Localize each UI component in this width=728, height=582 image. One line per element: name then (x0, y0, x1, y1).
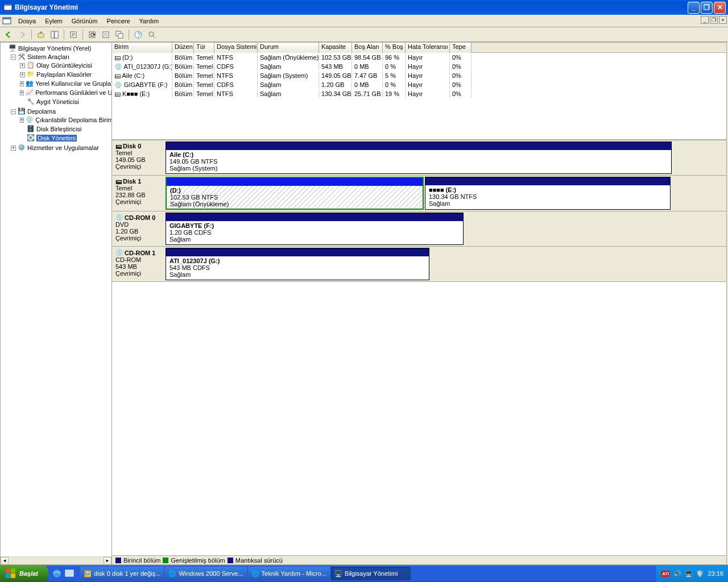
expand-icon[interactable]: + (20, 90, 24, 95)
volume-list[interactable]: Birim Düzen Tür Dosya Sistemi Durum Kapa… (112, 43, 726, 139)
tray-icon[interactable]: 🔊 (673, 570, 681, 577)
scroll-right-button[interactable]: ► (104, 557, 111, 565)
taskbar-clock[interactable]: 23:16 (708, 570, 723, 577)
col-fault[interactable]: Hata Toleransı (406, 43, 450, 53)
col-volume[interactable]: Birim (112, 43, 172, 53)
forward-button[interactable] (16, 28, 28, 41)
disk-info[interactable]: 💿CD-ROM 1CD-ROM543 MBÇevrimiçi (112, 247, 164, 281)
taskbar-task[interactable]: 🖼️disk 0 disk 1 yer değiş... (80, 567, 164, 580)
properties-button[interactable] (67, 28, 80, 41)
partition[interactable]: ■■■■ (E:)130.34 GB NTFSSağlam (425, 177, 671, 210)
refresh-button[interactable]: ⟳ (86, 28, 98, 41)
disk-row[interactable]: 💿CD-ROM 0DVD1.20 GBÇevrimiçiGIGABYTE (F:… (112, 211, 726, 247)
col-free[interactable]: Boş Alan (352, 43, 383, 53)
svg-rect-21 (65, 570, 73, 576)
toolbar: ⟳ ? (0, 27, 728, 42)
disk-info[interactable]: 🖴Disk 0Temel149.05 GBÇevrimiçi (112, 140, 164, 175)
partition[interactable]: ATI_012307J (G:)543 MB CDFSSağlam (166, 248, 429, 280)
volume-row[interactable]: 🖴 K■■■ (E:)BölümTemelNTFSSağlam130.34 GB… (112, 89, 726, 98)
expand-icon[interactable]: + (11, 146, 16, 151)
tree-item[interactable]: Yerel Kullanıcılar ve Gruplar (35, 80, 111, 87)
partition[interactable]: GIGABYTE (F:)1.20 GB CDFSSağlam (166, 213, 464, 245)
show-hide-tree-button[interactable] (48, 28, 61, 41)
tray-icon[interactable]: 🛡️ (696, 570, 704, 577)
menu-file[interactable]: Dosya (14, 16, 40, 26)
partition[interactable]: Aile (C:)149.05 GB NTFSSağlam (System) (166, 142, 672, 174)
tree-systools[interactable]: Sistem Araçları (27, 53, 69, 60)
mdi-restore-button[interactable]: ❐ (710, 16, 718, 24)
col-status[interactable]: Durum (258, 43, 319, 53)
svg-rect-19 (11, 573, 15, 578)
close-button[interactable]: ✕ (714, 2, 726, 14)
scroll-left-button[interactable]: ◄ (1, 557, 9, 565)
tree-pane: 🖥️Bilgisayar Yönetimi (Yerel) −🛠️Sistem … (1, 43, 112, 564)
mdi-minimize-button[interactable]: _ (701, 16, 709, 24)
expand-icon[interactable]: + (20, 81, 24, 86)
svg-rect-6 (55, 31, 58, 38)
tree-item-selected[interactable]: Disk Yönetimi (36, 135, 77, 142)
horizontal-scrollbar[interactable]: ◄ ► (1, 556, 111, 564)
disk-info[interactable]: 🖴Disk 1Temel232.88 GBÇevrimiçi (112, 176, 164, 211)
new-window-button[interactable] (113, 28, 126, 41)
volume-row[interactable]: 💿 GIGABYTE (F:)BölümTemelCDFSSağlam1.20 … (112, 80, 726, 89)
tray-icon[interactable]: 🖥️ (685, 570, 693, 577)
tree-item[interactable]: Çıkarılabilir Depolama Birimi (35, 117, 111, 123)
disk-row[interactable]: 🖴Disk 1Temel232.88 GBÇevrimiçi (D:)102.5… (112, 176, 726, 211)
col-type[interactable]: Tür (194, 43, 214, 53)
up-button[interactable] (35, 28, 47, 41)
expand-icon[interactable]: + (20, 118, 24, 123)
ie-icon[interactable] (52, 568, 62, 579)
minimize-button[interactable]: _ (688, 2, 700, 14)
tree-storage[interactable]: Depolama (27, 108, 56, 115)
tree-item[interactable]: Performans Günlükleri ve Uyarıları (35, 89, 111, 96)
maximize-button[interactable]: ❐ (701, 2, 713, 14)
tree-item[interactable]: Disk Birleştiricisi (36, 126, 81, 132)
disk-map[interactable]: 🖴Disk 0Temel149.05 GBÇevrimiçiAile (C:)1… (112, 139, 726, 282)
disk-info[interactable]: 💿CD-ROM 0DVD1.20 GBÇevrimiçi (112, 211, 164, 246)
tree-item[interactable]: Aygıt Yöneticisi (36, 98, 79, 105)
export-list-button[interactable] (100, 28, 112, 41)
collapse-icon[interactable]: − (11, 109, 16, 114)
tree-services[interactable]: Hizmetler ve Uygulamalar (27, 144, 99, 151)
tree-root[interactable]: Bilgisayar Yönetimi (Yerel) (18, 45, 91, 52)
tree-item[interactable]: Olay Görüntüleyicisi (36, 62, 92, 69)
start-button[interactable]: Başlat (0, 565, 48, 582)
task-icon: 🌐 (168, 570, 176, 577)
col-filesystem[interactable]: Dosya Sistemi (214, 43, 258, 53)
disk-row[interactable]: 💿CD-ROM 1CD-ROM543 MBÇevrimiçiATI_012307… (112, 247, 726, 282)
col-capacity[interactable]: Kapasite (319, 43, 352, 53)
show-desktop-icon[interactable] (64, 568, 75, 579)
ati-tray-icon[interactable]: ATI (661, 571, 670, 577)
system-tray[interactable]: ATI 🔊 🖥️ 🛡️ 23:16 (656, 565, 728, 582)
disk-icon: 🖴 (115, 178, 122, 185)
app-menu-icon (2, 16, 11, 26)
menu-view[interactable]: Görünüm (67, 16, 102, 26)
view-settings-button[interactable] (146, 28, 158, 41)
start-label: Başlat (19, 570, 38, 577)
col-layout[interactable]: Düzen (172, 43, 194, 53)
menu-action[interactable]: Eylem (40, 16, 67, 26)
menu-help[interactable]: Yardım (135, 16, 164, 26)
menu-window[interactable]: Pencere (102, 16, 135, 26)
taskbar-task[interactable]: 🖥️Bilgisayar Yönetimi (331, 567, 411, 580)
back-button[interactable] (2, 28, 15, 41)
help-button[interactable]: ? (132, 28, 144, 41)
mdi-close-button[interactable]: × (719, 16, 727, 24)
volume-row[interactable]: 🖴 Aile (C:)BölümTemelNTFSSağlam (System)… (112, 71, 726, 80)
expand-icon[interactable]: + (20, 63, 25, 68)
collapse-icon[interactable]: − (11, 55, 16, 60)
disk-row[interactable]: 🖴Disk 0Temel149.05 GBÇevrimiçiAile (C:)1… (112, 140, 726, 176)
col-pctfree[interactable]: % Boş (383, 43, 406, 53)
workspace: 🖥️Bilgisayar Yönetimi (Yerel) −🛠️Sistem … (0, 42, 727, 565)
console-tree[interactable]: 🖥️Bilgisayar Yönetimi (Yerel) −🛠️Sistem … (1, 43, 111, 556)
tree-item[interactable]: Paylaşılan Klasörler (36, 71, 92, 78)
taskbar-task[interactable]: 🌐Teknik Yardım - Micro... (248, 567, 330, 580)
col-overhead[interactable]: Tepe (450, 43, 471, 53)
taskbar-task[interactable]: 🌐Windows 2000 Serve... (165, 567, 246, 580)
volume-row[interactable]: 🖴 (D:)BölümTemelNTFSSağlam (Önyükleme)10… (112, 53, 726, 62)
volume-row[interactable]: 💿 ATI_012307J (G:)BölümTemelCDFSSağlam54… (112, 62, 726, 71)
expand-icon[interactable]: + (20, 72, 25, 77)
partition[interactable]: (D:)102.53 GB NTFSSağlam (Önyükleme) (166, 177, 424, 210)
task-icon: 🖼️ (84, 570, 92, 577)
legend-primary: Birincil bölüm (123, 557, 160, 564)
